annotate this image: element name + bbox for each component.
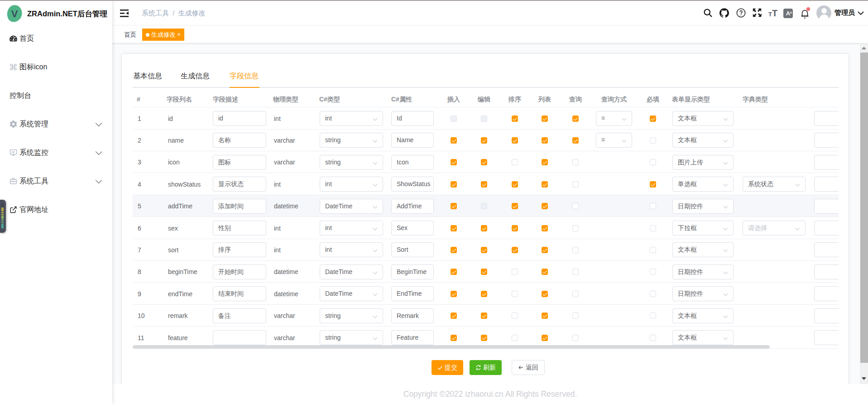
svg-text:V: V bbox=[11, 8, 18, 19]
